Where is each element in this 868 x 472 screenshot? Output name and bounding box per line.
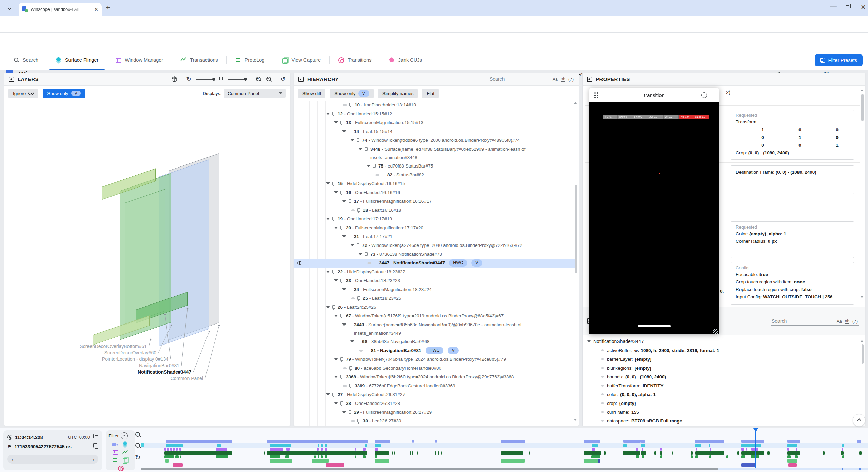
property-row[interactable]: crop: {empty} [583,399,861,408]
timeline-block[interactable] [270,444,291,447]
timeline-block[interactable] [325,448,327,451]
hierarchy-row[interactable]: 25 - Leaf:18:23#25 [294,294,575,303]
pin-icon[interactable] [349,410,351,414]
show-diff-button[interactable]: Show diff [298,88,326,98]
timeline-block[interactable] [709,455,711,458]
timeline-block[interactable] [412,440,414,443]
overlay-title-bar[interactable]: transition i _ [589,88,719,102]
timeline-block[interactable] [173,463,183,467]
timeline-block[interactable] [641,440,645,443]
tab-window-manager[interactable]: Window Manager [107,50,172,70]
timeline-block[interactable] [672,451,673,455]
ignore-button[interactable]: Ignore [8,88,38,98]
timeline-block[interactable] [392,451,393,455]
expand-arrow-icon[interactable] [334,402,338,404]
filter-presets-button[interactable]: Filter Presets [815,54,863,66]
expand-arrow-icon[interactable] [342,200,346,202]
timeline-block[interactable] [375,451,389,455]
hierarchy-row[interactable]: 23 - OneHanded:18:23#23 [294,276,575,285]
show-only-button[interactable]: Show only V [330,88,374,98]
pin-icon[interactable] [357,419,360,422]
pin-icon[interactable] [349,199,351,203]
expand-arrow-icon[interactable] [350,340,354,342]
property-row[interactable]: bufferTransform: IDENTITY [583,381,861,390]
scroll-to-top-button[interactable] [853,414,865,427]
pin-icon[interactable] [374,261,376,264]
timeline-block[interactable] [741,448,744,451]
hierarchy-row[interactable]: 26 - Leaf:24:25#26 [294,303,575,312]
hierarchy-row[interactable]: 13 - FullscreenMagnification:15:15#13 [294,118,575,127]
hierarchy-row[interactable]: 16 - OneHanded:16:16#16 [294,188,575,197]
pin-icon[interactable] [340,375,343,378]
timeline-block[interactable] [375,440,390,443]
timeline-block[interactable] [317,448,319,451]
flat-button[interactable]: Flat [422,88,439,98]
timeline-block[interactable] [592,448,595,451]
pin-icon[interactable] [349,366,352,370]
timeline-tracks[interactable] [0,428,868,472]
expand-arrow-icon[interactable] [342,323,346,326]
pin-icon[interactable] [357,138,359,142]
hierarchy-row[interactable]: 81 - NavigationBar0#81HWCV [294,346,575,355]
timeline-block[interactable] [623,440,641,443]
layers-3d-scene[interactable]: ScreenDecorOverlayBottom#61ScreenDecorOv… [4,101,290,426]
hierarchy-row[interactable]: 79 - WindowToken{7046b4a type=2024 andro… [294,355,575,364]
expand-arrow-icon[interactable] [326,271,330,273]
timeline-block[interactable] [417,451,418,455]
timeline-block[interactable] [823,451,825,455]
expand-arrow-icon[interactable] [342,288,346,290]
timeline-block[interactable] [410,451,411,455]
hierarchy-row[interactable]: 3447 - NotificationShade#3447HWCV [294,259,575,268]
expand-arrow-icon[interactable] [587,340,591,342]
timeline-block[interactable] [363,455,366,458]
window-close-button[interactable]: ✕ [861,3,866,11]
pin-icon[interactable] [373,164,376,168]
timeline-block[interactable] [285,455,289,458]
expand-arrow-icon[interactable] [350,139,354,141]
timeline-block[interactable] [325,455,327,458]
timeline-block[interactable] [741,440,764,443]
property-row[interactable]: bounds: (0, 0) - (1080, 2400) [583,372,861,381]
timeline-block[interactable] [180,455,181,458]
timeline-block[interactable] [216,448,227,451]
spacing-slider[interactable] [228,79,246,80]
timeline-block[interactable] [394,451,395,455]
timeline-block[interactable] [286,448,290,451]
timeline-block[interactable] [641,451,646,455]
timeline-block[interactable] [660,455,662,458]
timeline-block[interactable] [501,440,525,443]
timeline-block[interactable] [636,448,638,451]
timeline-block[interactable] [270,455,280,458]
timeline-block[interactable] [326,463,344,467]
pin-icon[interactable] [340,357,343,361]
timeline-block[interactable] [375,448,378,451]
reset-view-icon[interactable]: ↺ [281,76,285,83]
tab-search-button[interactable] [5,4,14,12]
timeline-block[interactable] [312,459,329,463]
timeline-block[interactable] [623,444,627,447]
3d-view-icon[interactable] [171,76,177,82]
browser-tab[interactable]: Winscope | sandbox-FAIL ✕ [19,3,102,16]
timeline-block[interactable] [165,459,169,463]
rotation-slider[interactable] [196,79,215,80]
pin-icon[interactable] [357,208,360,212]
hierarchy-row[interactable]: 12 - OneHanded:15:15#12 [294,110,575,118]
timeline-block[interactable] [355,455,356,458]
expand-arrow-icon[interactable] [358,253,362,255]
show-only-button[interactable]: Show only V [43,88,85,98]
timeline-block[interactable] [709,444,710,447]
tab-transactions[interactable]: Transactions [172,50,226,70]
timeline-block[interactable] [166,444,183,447]
pin-icon[interactable] [340,401,343,405]
hierarchy-row[interactable]: 21 - Leaf:17:17#21 [294,232,575,241]
property-row[interactable]: currFrame: 155 [583,408,861,416]
timeline-block[interactable] [604,451,606,455]
collapse-panel-icon[interactable] [298,77,304,82]
timeline-block[interactable] [623,451,640,455]
timeline-block[interactable] [363,448,366,451]
collapse-panel-icon[interactable] [587,77,592,82]
scroll-down-icon[interactable] [574,419,577,421]
hierarchy-row[interactable]: 3449 - Surface(name=885b63e NavigationBa… [294,320,575,337]
whole-word-icon[interactable]: ab [845,319,849,324]
hierarchy-row[interactable]: 15 - HideDisplayCutout:16:16#15 [294,179,575,188]
